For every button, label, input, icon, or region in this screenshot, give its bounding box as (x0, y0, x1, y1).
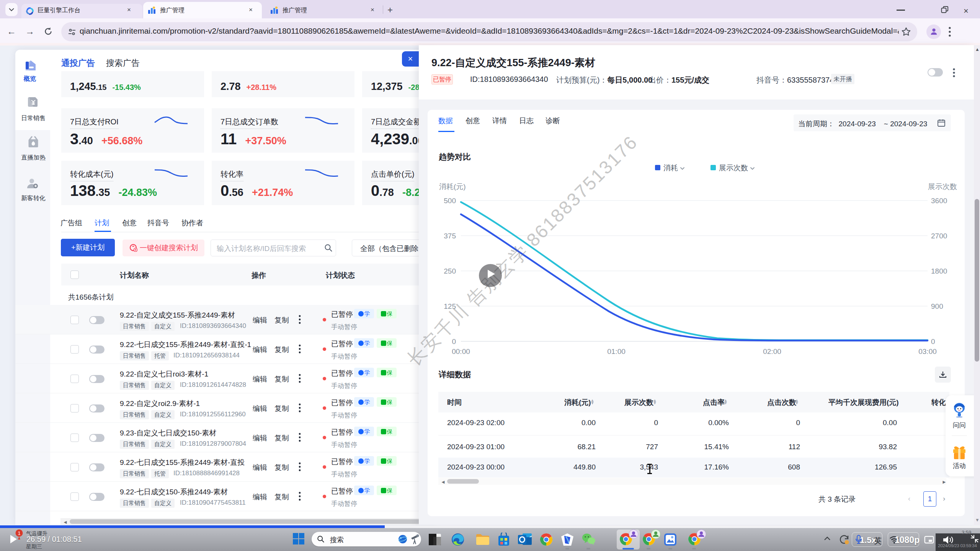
svg-text:375: 375 (444, 232, 456, 240)
svg-text:500: 500 (444, 197, 456, 205)
svg-text:1: 1 (18, 530, 20, 536)
svg-text:900: 900 (931, 302, 943, 310)
svg-text:3600: 3600 (931, 197, 947, 205)
svg-text:0: 0 (931, 337, 935, 346)
svg-text:2700: 2700 (931, 232, 947, 240)
svg-text:1800: 1800 (931, 267, 947, 275)
svg-text:02:00: 02:00 (763, 347, 781, 355)
svg-text:03:00: 03:00 (918, 347, 937, 355)
svg-text:00:00: 00:00 (452, 347, 470, 355)
svg-text:250: 250 (444, 267, 456, 275)
svg-text:0: 0 (452, 337, 456, 346)
svg-text:01:00: 01:00 (607, 347, 626, 355)
